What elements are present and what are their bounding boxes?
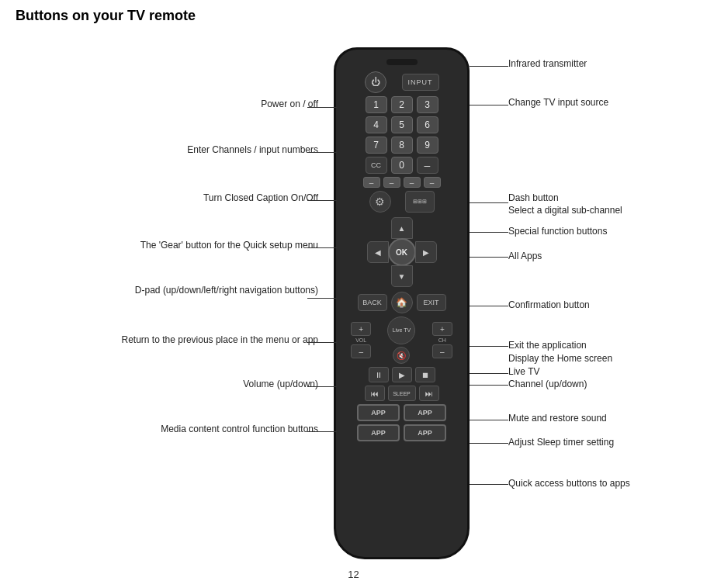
dpad-left-button[interactable]: ◀ xyxy=(367,241,389,263)
dpad: ▲ ◀ OK ▶ ▼ xyxy=(367,217,437,287)
app-btn-1[interactable]: APP xyxy=(357,404,400,421)
label-special-fn: Special function buttons xyxy=(508,226,607,237)
remote-control: ⏻ INPUT 1 2 3 4 5 6 7 8 9 CC 0 – xyxy=(334,47,470,559)
label-dash-btn: Dash button xyxy=(508,192,559,203)
ch-up-button[interactable]: + xyxy=(432,322,452,336)
cc-button[interactable]: CC xyxy=(366,157,387,174)
label-back: Return to the previous place in the menu… xyxy=(16,334,318,345)
special-fn-btn-3[interactable]: – xyxy=(404,177,421,188)
app-row-2: APP APP xyxy=(357,424,446,441)
app-row-1: APP APP xyxy=(357,404,446,421)
dpad-up-button[interactable]: ▲ xyxy=(391,217,413,239)
num-9-button[interactable]: 9 xyxy=(417,137,438,154)
label-change-input: Change TV input source xyxy=(508,97,608,108)
label-volume: Volume (up/down) xyxy=(140,379,318,389)
ch-down-button[interactable]: – xyxy=(432,344,452,358)
num-1-button[interactable]: 1 xyxy=(366,96,387,113)
label-closed-caption: Turn Closed Caption On/Off xyxy=(93,192,318,203)
app-btn-3[interactable]: APP xyxy=(357,424,400,441)
num-0-button[interactable]: 0 xyxy=(391,157,413,174)
label-infrared: Infrared transmitter xyxy=(508,58,587,69)
live-tv-button[interactable]: Live TV xyxy=(387,316,415,344)
vol-up-button[interactable]: + xyxy=(351,322,371,336)
dash-button[interactable]: – xyxy=(417,157,438,174)
label-channel: Channel (up/down) xyxy=(508,379,587,389)
num-7-button[interactable]: 7 xyxy=(366,137,387,154)
page-number: 12 xyxy=(348,569,359,580)
vol-label: VOL xyxy=(355,337,366,343)
label-digital-sub: Select a digital sub-channel xyxy=(508,205,622,216)
num-6-button[interactable]: 6 xyxy=(417,116,438,133)
all-apps-button[interactable]: ⊞⊞⊞ xyxy=(405,191,435,213)
gear-button[interactable]: ⚙ xyxy=(369,191,391,213)
label-mute: Mute and restore sound xyxy=(508,413,607,424)
channel-block: + CH – xyxy=(432,322,452,358)
label-all-apps: All Apps xyxy=(508,251,542,261)
label-media: Media content control function buttons xyxy=(78,424,318,434)
page-title: Buttons on your TV remote xyxy=(0,0,707,32)
media-controls-row1: ⏸ ▶ ⏹ xyxy=(369,367,435,382)
label-confirm-btn: Confirmation button xyxy=(508,299,590,310)
volume-block: + VOL – xyxy=(351,322,371,358)
num-8-button[interactable]: 8 xyxy=(391,137,413,154)
power-button[interactable]: ⏻ xyxy=(365,71,386,93)
back-button[interactable]: BACK xyxy=(358,294,387,311)
vol-down-button[interactable]: – xyxy=(351,344,371,358)
label-dpad: D-pad (up/down/left/right navigation but… xyxy=(78,285,318,296)
media-controls-row2: ⏮ SLEEP ⏭ xyxy=(365,386,439,401)
stop-button[interactable]: ⏹ xyxy=(415,367,435,382)
label-enter-channels: Enter Channels / input numbers xyxy=(62,144,318,155)
rewind-button[interactable]: ⏮ xyxy=(365,386,385,401)
num-5-button[interactable]: 5 xyxy=(391,116,413,133)
home-button[interactable]: 🏠 xyxy=(391,292,413,313)
special-function-row: – – – – xyxy=(344,177,459,188)
ch-label: CH xyxy=(438,337,446,343)
app-btn-2[interactable]: APP xyxy=(404,404,446,421)
special-fn-btn-1[interactable]: – xyxy=(363,177,380,188)
sleep-button[interactable]: SLEEP xyxy=(388,386,416,401)
label-live-tv: Live TV xyxy=(508,366,539,377)
mute-button[interactable]: 🔇 xyxy=(393,347,410,364)
label-power: Power on / off xyxy=(124,99,318,109)
special-fn-btn-2[interactable]: – xyxy=(383,177,400,188)
fast-forward-button[interactable]: ⏭ xyxy=(419,386,439,401)
ok-button[interactable]: OK xyxy=(388,238,416,266)
infrared-transmitter xyxy=(386,59,418,65)
dpad-down-button[interactable]: ▼ xyxy=(391,265,413,287)
dpad-right-button[interactable]: ▶ xyxy=(415,241,437,263)
label-quick-apps: Quick access buttons to apps xyxy=(508,478,630,489)
label-exit-app: Exit the application xyxy=(508,340,587,351)
exit-button[interactable]: EXIT xyxy=(417,294,446,311)
label-home-screen: Display the Home screen xyxy=(508,353,612,364)
app-btn-4[interactable]: APP xyxy=(404,424,446,441)
num-2-button[interactable]: 2 xyxy=(391,96,413,113)
label-gear: The 'Gear' button for the Quick setup me… xyxy=(16,240,318,251)
pause-button[interactable]: ⏸ xyxy=(369,367,389,382)
special-fn-btn-4[interactable]: – xyxy=(424,177,441,188)
label-sleep-timer: Adjust Sleep timer setting xyxy=(508,437,614,448)
num-4-button[interactable]: 4 xyxy=(366,116,387,133)
input-button[interactable]: INPUT xyxy=(402,74,439,91)
play-button[interactable]: ▶ xyxy=(392,367,412,382)
num-3-button[interactable]: 3 xyxy=(417,96,438,113)
